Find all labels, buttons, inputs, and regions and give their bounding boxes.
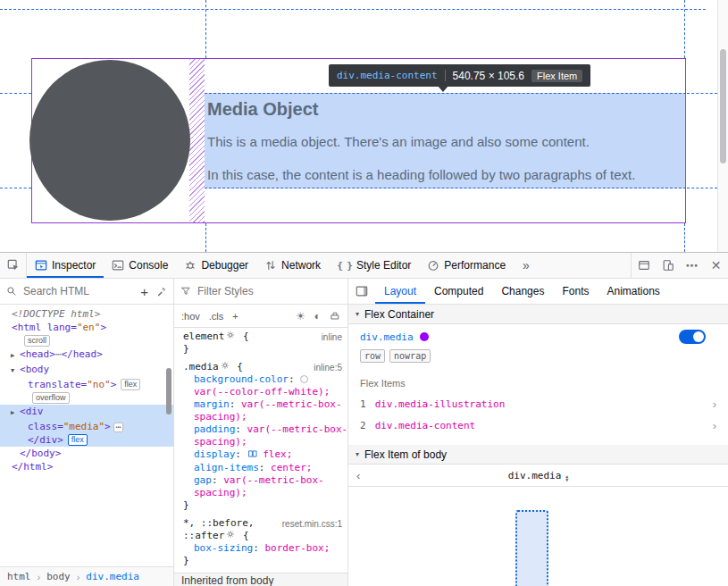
flex-container-selector[interactable]: div.media [360,331,414,343]
rule-line[interactable]: margin: var(--metric-box- [174,398,347,411]
rule-line[interactable]: gap: var(--metric-box- [174,474,347,487]
tab-inspector[interactable]: Inspector [27,253,104,278]
pseudo-button[interactable]: + [232,311,238,322]
node-picker-button[interactable] [0,253,27,278]
overlay-color-dot[interactable] [420,332,429,341]
add-node-button[interactable]: + [138,285,150,298]
rule-gear-icon[interactable] [221,361,230,373]
frame-select-icon [638,259,650,272]
markup-line[interactable]: </body> [0,447,173,460]
code-token: </ [12,461,23,473]
page-scrollbar-thumb[interactable] [720,49,726,163]
scroll-badge[interactable]: scroll [24,335,50,347]
tab-fonts[interactable]: Fonts [553,279,598,304]
pseudo-button[interactable]: :hov [181,311,200,322]
tab-changes[interactable]: Changes [492,279,553,304]
sidebar-dock-button[interactable] [348,279,375,304]
rule-line[interactable]: } [174,343,347,356]
rule-line[interactable]: box-sizing: border-box; [174,542,347,555]
rule-line[interactable]: var(--color-off-white); [174,386,347,398]
markup-line[interactable]: <!DOCTYPE html> [0,307,173,321]
flex-highlighter-icon[interactable] [248,449,257,462]
rule-line[interactable]: } [174,555,347,567]
rule-line[interactable]: *, ::before,reset.min.css:1 [174,517,347,530]
dark-scheme-icon[interactable]: ◐ [314,311,321,322]
breadcrumb-item[interactable]: div.media [86,571,139,582]
rule-line[interactable]: display: flex; [174,448,347,462]
collapse-arrow-icon[interactable]: ▼ [11,364,20,378]
flex-item-row[interactable]: 1div.media-illustration› [348,393,728,414]
flex-container-header[interactable]: ▾ Flex Container [348,305,728,324]
css-token: box-sizing [194,542,253,554]
flex-item-row[interactable]: 2div.media-content› [348,414,728,436]
overflow-badge[interactable]: overflow [32,392,70,404]
tab-computed[interactable]: Computed [425,279,492,304]
tab-style-editor[interactable]: { }Style Editor [329,253,419,278]
eyedropper-icon[interactable] [156,286,167,297]
breadcrumb-item[interactable]: html [7,571,31,582]
responsive-design-button[interactable] [656,253,680,278]
rule-gear-icon[interactable] [226,530,235,542]
markup-line[interactable]: </div>flex [0,433,173,447]
rule-line[interactable]: } [174,499,347,512]
filter-styles-input[interactable] [197,285,341,297]
markup-line[interactable]: ▶<head>⋯</head> [0,347,173,363]
markup-line[interactable]: <html lang="en"> [0,321,173,334]
code-token: <!DOCTYPE html> [12,308,100,320]
color-swatch[interactable] [300,375,308,383]
code-token: = [71,322,77,333]
css-token: } [183,343,189,355]
rule-gear-icon[interactable] [226,331,235,343]
close-button[interactable]: ✕ [704,253,728,278]
pseudo-button[interactable]: .cls [209,311,224,322]
rule-line[interactable]: spacing); [174,487,347,499]
markup-line[interactable]: overflow [0,391,173,405]
flex-item-selector-dropdown[interactable]: div.media▲▼ [348,470,728,481]
prev-item-button[interactable]: ‹ [356,469,360,482]
markup-tree: <!DOCTYPE html><html lang="en">scroll▶<h… [0,305,173,566]
markup-line[interactable]: scroll [0,334,173,347]
page-scrollbar[interactable] [717,0,728,252]
tab-performance[interactable]: Performance [419,253,514,278]
tab-network[interactable]: Network [256,253,329,278]
light-scheme-icon[interactable]: ☀ [296,311,305,322]
flex-badge[interactable]: flex [68,434,88,446]
rule-line[interactable]: .media {inline:5 [174,361,347,373]
print-simulation-icon[interactable] [330,311,340,322]
code-token: html [18,322,42,333]
tab-debugger[interactable]: Debugger [176,253,256,278]
rule-line[interactable]: background-color: [174,373,347,386]
markup-scrollbar-thumb[interactable] [166,368,172,414]
expand-arrow-icon[interactable]: ▶ [11,406,20,420]
flex-item-header[interactable]: ▾ Flex Item of body [348,445,728,465]
rule-line[interactable]: align-items: center; [174,462,347,474]
flex-overlay-toggle[interactable] [679,330,706,344]
search-html-input[interactable] [23,285,132,297]
markup-line[interactable]: translate="no">flex [0,378,173,391]
rule-line[interactable]: spacing); [174,411,347,423]
flex-badge[interactable]: flex [121,379,140,390]
devtools-toolbar: InspectorConsoleDebuggerNetwork{ }Style … [0,253,728,279]
collapsed-children-icon[interactable]: ⋯ [113,423,123,432]
media-paragraph-2: In this case, the content is a heading f… [207,167,677,182]
expand-arrow-icon[interactable]: ▶ [11,349,20,363]
rule-line[interactable]: spacing); [174,436,347,448]
stylesheet-link[interactable]: inline:5 [314,362,342,374]
stylesheet-link[interactable]: inline [322,331,342,344]
markup-line[interactable]: class="media">⋯ [0,420,173,433]
css-token: { [237,530,248,541]
rule-line[interactable]: ::after { [174,530,347,542]
markup-line[interactable]: ▶<div [0,405,173,420]
tab-layout[interactable]: Layout [375,279,425,304]
markup-line[interactable]: </html> [0,460,173,473]
frame-select-button[interactable] [632,253,656,278]
breadcrumb-item[interactable]: body [46,571,71,582]
tab-animations[interactable]: Animations [598,279,668,304]
more-options-button[interactable]: ⋯ [680,253,704,278]
rule-line[interactable]: padding: var(--metric-box- [174,423,347,436]
tab-overflow-button[interactable]: » [514,253,539,278]
tab-console[interactable]: Console [104,253,176,278]
markup-line[interactable]: ▼<body [0,363,173,378]
rule-line[interactable]: element {inline [174,331,347,343]
stylesheet-link[interactable]: reset.min.css:1 [282,518,342,531]
